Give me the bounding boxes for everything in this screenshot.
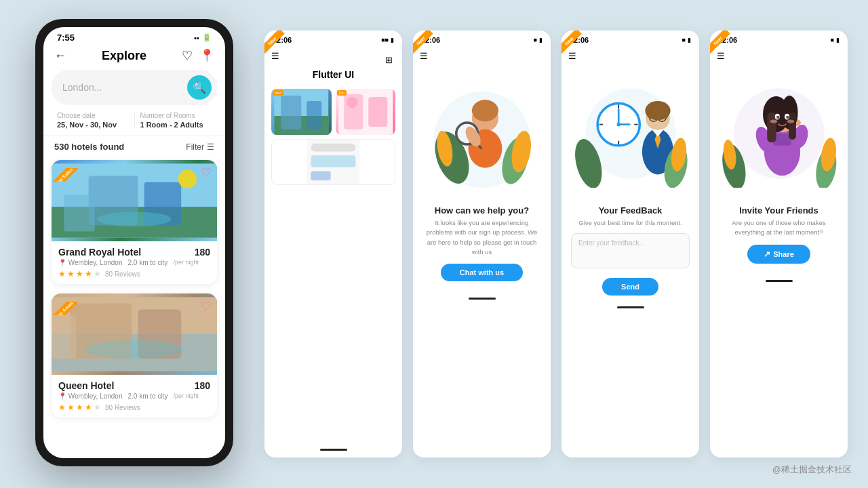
search-icon: 🔍 <box>193 81 206 94</box>
svg-point-77 <box>786 116 789 119</box>
filter-icon: ☰ <box>207 142 214 152</box>
feedback-description: Give your best time for this moment. <box>561 218 699 228</box>
wifi-icon-fb: ■ <box>682 37 686 43</box>
hotel-1-stars: ★ ★ ★ ★ ★ 80 Reviews <box>58 269 210 279</box>
svg-point-79 <box>787 120 794 123</box>
hotel-2-favorite-button[interactable]: ♡ <box>201 299 212 314</box>
search-button[interactable]: 🔍 <box>187 75 212 100</box>
filter-label: Filter <box>186 142 204 152</box>
filter-button[interactable]: Filter ☰ <box>186 142 214 152</box>
share-button[interactable]: ↗ Share <box>747 245 810 264</box>
hotel-2-location: 📍 Wembley, London 2.0 km to city /per ni… <box>58 392 210 400</box>
help-illustration <box>413 66 551 201</box>
phone-status-bar: 7:55 ▪▪ 🔋 <box>43 27 225 45</box>
search-placeholder-text[interactable]: London... <box>62 82 187 93</box>
header-icons: ♡ 📍 <box>182 48 214 63</box>
hotel-2-ribbon: Top Areas <box>52 302 90 315</box>
hotels-header: 530 hotels found Filter ☰ <box>43 136 225 157</box>
screenshot-thumb-2[interactable]: Full <box>336 89 396 135</box>
feedback-title: Your FeedBack <box>561 201 699 218</box>
battery-icon-fb: ▮ <box>688 37 691 43</box>
svg-rect-24 <box>311 171 331 181</box>
screens-container: New 12:06 ■■ ▮ ☰ Flutter UI ⊞ New <box>264 30 848 458</box>
help-scene-svg <box>421 79 543 188</box>
hotel-1-ribbon-text: Top Sales <box>52 168 83 182</box>
thumb-pink-scene <box>336 89 396 135</box>
svg-point-31 <box>471 100 498 121</box>
star2-1: ★ <box>58 403 66 412</box>
send-button[interactable]: Send <box>602 278 658 296</box>
hotel-2-reviews: 80 Reviews <box>105 404 140 411</box>
star2-3: ★ <box>76 403 83 412</box>
screenshot-thumb-3[interactable] <box>271 139 395 185</box>
svg-point-12 <box>85 340 184 359</box>
svg-rect-4 <box>64 195 95 232</box>
hotel-1-price: 180 <box>195 247 210 258</box>
hotel-2-price: 180 <box>195 380 210 391</box>
screenshot-row-2 <box>271 139 395 185</box>
thumb-hotel-scene <box>271 89 332 135</box>
invite-scene-svg <box>718 79 840 188</box>
flutter-screenshots: New Full <box>264 86 402 445</box>
svg-point-78 <box>770 120 777 123</box>
star2-2: ★ <box>67 403 75 412</box>
battery-icon-h: ▮ <box>539 37 542 43</box>
invite-title: Invite Your Friends <box>710 201 848 218</box>
location-icon[interactable]: 📍 <box>199 48 214 63</box>
wifi-icon-i: ■ <box>831 37 834 43</box>
share-btn-wrap: ↗ Share <box>710 238 848 276</box>
svg-point-51 <box>645 101 670 120</box>
hotel-1-favorite-button[interactable]: ♡ <box>201 165 212 180</box>
screenshot-row-1: New Full <box>271 89 395 135</box>
pin-icon-2: 📍 <box>58 392 66 400</box>
thumb-explore-scene <box>272 140 395 184</box>
rooms-label: Number of Rooms <box>140 112 212 119</box>
hotel-2-name-price: Queen Hotel 180 <box>58 380 210 391</box>
star2-4: ★ <box>85 403 92 412</box>
thumb-label-1: New <box>273 90 283 96</box>
feedback-scene-svg <box>570 79 692 188</box>
wifi-icon-h: ■ <box>534 37 537 43</box>
invite-illustration <box>710 66 848 201</box>
invite-new-label: New <box>710 30 730 54</box>
feedback-new-label: New <box>561 30 582 54</box>
status-icons: ▪▪ 🔋 <box>194 33 212 42</box>
star-1: ★ <box>58 269 66 279</box>
feedback-status-icons: ■ ▮ <box>682 37 691 43</box>
heart-icon[interactable]: ♡ <box>182 48 193 63</box>
grid-icon[interactable]: ⊞ <box>385 55 393 65</box>
flutter-status-icons: ■■ ▮ <box>381 37 394 43</box>
svg-rect-16 <box>307 101 321 129</box>
svg-point-20 <box>347 97 357 108</box>
hotel-card-2[interactable]: Top Areas ♡ Queen Hotel 180 📍 Wembley, L… <box>52 293 217 418</box>
back-icon[interactable]: ← <box>54 49 66 63</box>
status-time: 7:55 <box>57 33 75 43</box>
hotel-1-distance: 2.0 km to city <box>127 259 167 266</box>
svg-rect-19 <box>368 97 387 127</box>
invite-card: New 12:06 ■ ▮ ☰ <box>710 30 848 458</box>
watermark: @稀土掘金技术社区 <box>772 464 852 476</box>
flutter-new-label: New <box>264 30 285 54</box>
svg-rect-15 <box>281 96 301 129</box>
screenshot-thumb-1[interactable]: New <box>271 89 332 135</box>
chat-button[interactable]: Chat with us <box>441 264 523 281</box>
svg-rect-73 <box>789 113 796 140</box>
svg-rect-22 <box>311 144 356 152</box>
star-4: ★ <box>85 269 92 279</box>
help-new-label: New <box>413 30 433 54</box>
hotel-1-name: Grand Royal Hotel <box>58 247 141 258</box>
hotel-1-ribbon: Top Sales <box>52 168 90 182</box>
invite-status-icons: ■ ▮ <box>831 37 840 43</box>
battery-icon-f: ▮ <box>391 37 394 43</box>
svg-rect-11 <box>52 316 76 359</box>
pin-icon: 📍 <box>58 259 66 266</box>
rooms-section: Number of Rooms 1 Room - 2 Adults <box>135 112 218 129</box>
star2-5: ★ <box>94 403 101 412</box>
battery-icon-i: ▮ <box>836 37 840 43</box>
feedback-input[interactable]: Enter your feedback... <box>571 233 690 268</box>
hotel-card-1[interactable]: Top Sales ♡ Grand Royal Hotel 180 📍 Wemb… <box>52 160 217 284</box>
help-status-icons: ■ ▮ <box>534 37 542 43</box>
page-title: Explore <box>102 49 146 63</box>
flutter-new-ribbon: New <box>264 30 294 60</box>
wifi-icon-f: ■■ <box>381 37 389 43</box>
